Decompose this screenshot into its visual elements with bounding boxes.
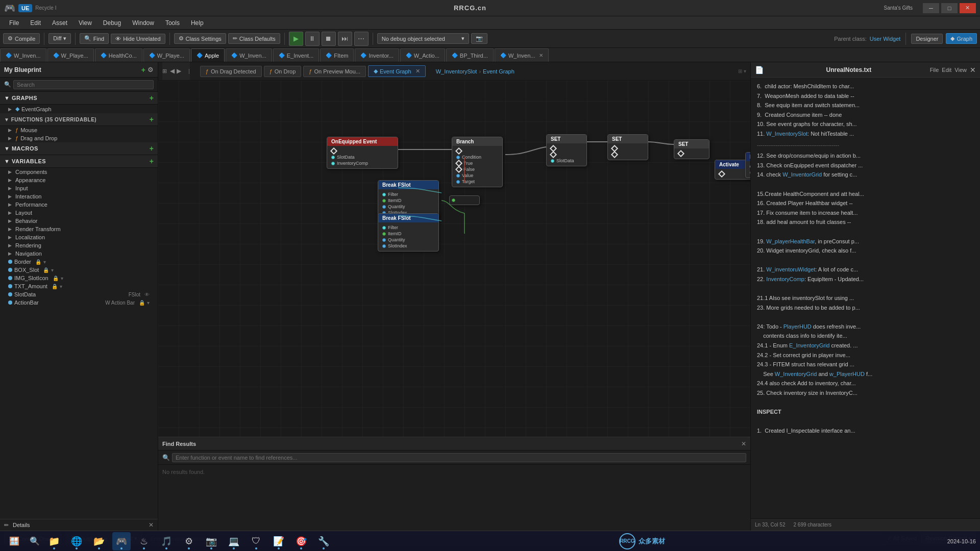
taskbar-app-misc1[interactable]: ⚙ <box>180 532 198 550</box>
behavior-group[interactable]: ▶ Behavior <box>0 217 158 225</box>
graph-button[interactable]: ◆ Graph <box>946 33 977 44</box>
add-variable-button[interactable]: + <box>150 157 154 165</box>
menu-help[interactable]: Help <box>186 18 209 28</box>
tab-w-playe-1[interactable]: 🔷 W_Playe... <box>47 48 94 62</box>
graph-tab-onpreview[interactable]: ƒ On Preview Mou... <box>303 66 366 77</box>
node-onequipped[interactable]: OnEquipped Event SlotData InventoryComp <box>327 137 398 169</box>
tab-w-inven-2[interactable]: 🔷 W_Inven... <box>226 48 272 62</box>
navigation-group[interactable]: ▶ Navigation <box>0 249 158 258</box>
parent-class-value[interactable]: User Widget <box>870 36 901 42</box>
eventgraph-item[interactable]: ▶ ◆ EventGraph <box>0 105 158 113</box>
input-group[interactable]: ▶ Input <box>0 184 158 192</box>
graph-tab-close-icon[interactable]: ✕ <box>415 68 420 74</box>
localization-group[interactable]: ▶ Localization <box>0 233 158 241</box>
drag-drop-item[interactable]: ▶ ƒ Drag and Drop <box>0 134 158 142</box>
node-breakfslot2[interactable]: Break FSlot Filter ItemID Quantity <box>378 213 439 252</box>
breadcrumb-event-graph[interactable]: Event Graph <box>483 68 514 74</box>
notes-file-button[interactable]: File <box>930 67 939 73</box>
find-button[interactable]: 🔍 Find <box>80 33 109 44</box>
functions-section-header[interactable]: ▼ FUNCTIONS (35 OVERRIDABLE) + <box>0 113 158 126</box>
node-set2[interactable]: SET <box>607 134 648 160</box>
taskbar-app-steam[interactable]: ♨ <box>135 532 153 550</box>
performance-group[interactable]: ▶ Performance <box>0 201 158 209</box>
taskbar-app-files[interactable]: 📂 <box>90 532 108 550</box>
border-var[interactable]: Border 🔒 ▾ <box>0 258 158 266</box>
class-settings-button[interactable]: ⚙ Class Settings <box>174 33 226 44</box>
graph-tab-eventgraph[interactable]: ◆ Event Graph ✕ <box>368 65 426 77</box>
menu-window[interactable]: Window <box>127 18 159 28</box>
node-breakfslot1[interactable]: Break FSlot Filter ItemID Quantity <box>378 180 439 218</box>
actionbar-var[interactable]: ActionBar W Action Bar 🔒 ▾ <box>0 298 158 307</box>
search-input[interactable] <box>13 80 154 89</box>
graph-tab-ondrop[interactable]: ƒ On Drop <box>264 66 302 77</box>
options-button[interactable]: ⋯ <box>354 32 369 46</box>
menu-file[interactable]: File <box>4 18 24 28</box>
taskbar-app-chrome[interactable]: 🌐 <box>67 532 86 550</box>
node-branch[interactable]: Branch Condition True <box>452 137 503 187</box>
menu-tools[interactable]: Tools <box>160 18 185 28</box>
taskbar-app-misc4[interactable]: 🛡 <box>247 532 265 550</box>
graph-area[interactable]: WIDGET BLU OnEquipped Event SlotData <box>158 81 750 531</box>
close-button[interactable]: ✕ <box>960 3 976 13</box>
details-close-icon[interactable]: ✕ <box>149 521 154 529</box>
pause-button[interactable]: ⏸ <box>305 32 320 46</box>
breadcrumb-w-inventoryslot[interactable]: W_InventorySlot <box>436 68 477 74</box>
notes-edit-button[interactable]: Edit <box>942 67 951 73</box>
settings-icon[interactable]: ⚙ <box>148 66 154 73</box>
taskbar-app-misc5[interactable]: 📝 <box>270 532 288 550</box>
graph-tab-ondrag[interactable]: ƒ On Drag Detected <box>200 66 262 77</box>
menu-debug[interactable]: Debug <box>98 18 126 28</box>
taskbar-app-misc3[interactable]: 💻 <box>225 532 243 550</box>
tab-bp-third[interactable]: 🔷 BP_Third... <box>446 48 494 62</box>
render-transform-group[interactable]: ▶ Render Transform <box>0 225 158 233</box>
mouse-item[interactable]: ▶ ƒ Mouse <box>0 126 158 134</box>
stop-button[interactable]: ⏹ <box>322 32 336 46</box>
find-input[interactable] <box>172 453 746 462</box>
add-macro-button[interactable]: + <box>150 144 154 153</box>
notes-close-button[interactable]: ✕ <box>970 66 976 74</box>
graphs-section-header[interactable]: ▼ GRAPHS + <box>0 92 158 105</box>
tab-w-actio[interactable]: 🔷 W_Actio... <box>400 48 445 62</box>
taskbar-app-explorer[interactable]: 📁 <box>45 532 63 550</box>
add-graph-button[interactable]: + <box>150 94 154 102</box>
components-group[interactable]: ▶ Components <box>0 168 158 176</box>
menu-edit[interactable]: Edit <box>25 18 46 28</box>
layout-group[interactable]: ▶ Layout <box>0 209 158 217</box>
taskbar-app-ue[interactable]: 🎮 <box>112 532 131 550</box>
compile-button[interactable]: ⚙ Compile <box>3 33 40 44</box>
interaction-group[interactable]: ▶ Interaction <box>0 192 158 201</box>
txt-amount-var[interactable]: TXT_Amount 🔒 ▾ <box>0 282 158 290</box>
menu-view[interactable]: View <box>74 18 97 28</box>
tab-healthco[interactable]: 🔷 HealthCo... <box>95 48 142 62</box>
tab-close-icon[interactable]: ✕ <box>539 53 543 58</box>
tab-fitem[interactable]: 🔷 FItem <box>320 48 354 62</box>
tab-inventor[interactable]: 🔷 Inventor... <box>355 48 399 62</box>
class-defaults-button[interactable]: ✏ Class Defaults <box>228 33 280 44</box>
macros-section-header[interactable]: ▼ MACROS + <box>0 142 158 155</box>
node-smallset[interactable]: SET <box>674 139 709 159</box>
find-results-close-button[interactable]: ✕ <box>741 440 746 447</box>
tab-w-inven-3[interactable]: 🔷 W_Inven... ✕ <box>495 48 549 62</box>
designer-button[interactable]: Designer <box>911 34 943 44</box>
start-button[interactable]: 🪟 <box>5 532 23 550</box>
slotdata-var[interactable]: SlotData FSlot 👁 <box>0 290 158 298</box>
forward-button[interactable]: ▶ <box>177 67 181 74</box>
add-button[interactable]: + <box>141 66 145 74</box>
node-topleft-large[interactable]: InputObject Input Object Target <box>745 152 750 178</box>
rendering-group[interactable]: ▶ Rendering <box>0 241 158 249</box>
camera-button[interactable]: 📷 <box>471 33 487 44</box>
diff-button[interactable]: Diff ▾ <box>48 33 70 44</box>
variables-section-header[interactable]: ▼ VARIABLES + <box>0 155 158 168</box>
notes-view-button[interactable]: View <box>954 67 967 73</box>
tab-apple[interactable]: 🔷 Apple <box>191 48 225 62</box>
minimize-button[interactable]: ─ <box>923 3 939 13</box>
tab-w-playe-2[interactable]: 🔷 W_Playe... <box>143 48 190 62</box>
box-slot-var[interactable]: BOX_Slot 🔒 ▾ <box>0 266 158 274</box>
step-button[interactable]: ⏭ <box>338 32 352 46</box>
node-small-dot[interactable] <box>449 195 480 205</box>
add-function-button[interactable]: + <box>150 115 154 123</box>
taskbar-app-misc6[interactable]: 🎯 <box>292 532 310 550</box>
menu-asset[interactable]: Asset <box>47 18 72 28</box>
tab-w-inven-1[interactable]: 🔷 W_Inven... <box>0 48 46 62</box>
expand-icon[interactable]: ⊞ <box>162 68 167 74</box>
